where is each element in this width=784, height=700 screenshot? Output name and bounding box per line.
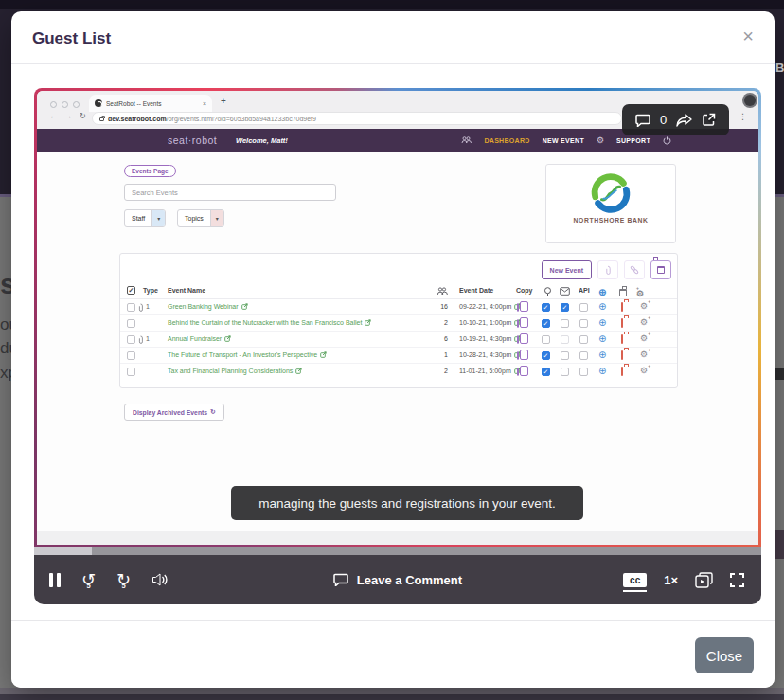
col-event-name: Event Name [168, 287, 205, 294]
gear-plus-icon: ⚙+ [640, 366, 648, 375]
events-page-badge: Events Page [124, 165, 176, 177]
new-tab-icon: + [221, 96, 226, 106]
topics-filter-dropdown: Topics ▾ [177, 209, 224, 227]
email-checkbox [561, 303, 569, 312]
col-api: API [579, 287, 590, 294]
pip-button[interactable] [695, 572, 713, 588]
api-checkbox [579, 351, 588, 360]
gear-plus-icon: ⚙+ [640, 317, 648, 327]
video-screen[interactable]: SeatRobot -- Events × + ← → ↻ dev.seatro… [37, 91, 758, 545]
video-caption: managing the guests and registrations in… [231, 486, 583, 520]
api-checkbox [579, 335, 588, 344]
url-text: dev.seatrobot.com/org/events.html?oid=60… [108, 116, 316, 122]
row-checkbox [127, 351, 135, 360]
backdrop-fragment-block [775, 368, 784, 380]
share-icon[interactable] [676, 114, 692, 127]
comment-count: 0 [660, 113, 667, 127]
refresh-icon: ↻ [210, 408, 216, 416]
select-all-checkbox [127, 286, 135, 295]
email-checkbox [561, 335, 569, 344]
address-bar: dev.seatrobot.com/org/events.html?oid=60… [92, 112, 622, 125]
publish-icon [543, 287, 552, 297]
publish-checkbox [542, 319, 550, 328]
forward-icon: → [64, 112, 72, 120]
traffic-light-dots [50, 101, 80, 108]
copy-icon [517, 319, 519, 328]
table-row: The Future of Transport - An Investor's … [120, 348, 677, 364]
globe-icon: ⊕ [598, 334, 606, 344]
nav-new-event: NEW EVENT [543, 137, 584, 144]
trash-icon [621, 334, 623, 344]
sponsor-logo-card: NORTHSHORE BANK [545, 164, 676, 243]
close-button[interactable]: Close [695, 637, 754, 673]
event-name-link: Green Banking Webinar [168, 303, 248, 310]
events-table-card: New Event Type Event Name [119, 253, 678, 388]
guest-count: 1 [431, 351, 448, 358]
event-date: 10-19-21, 4:30pm [459, 335, 521, 342]
backdrop-fragment-block [775, 530, 784, 559]
captions-toggle[interactable]: cc [623, 573, 647, 587]
nav-dashboard: DASHBOARD [484, 137, 529, 144]
api-checkbox [579, 319, 588, 328]
chevron-down-icon: ▾ [151, 210, 165, 226]
modal-close-icon[interactable]: × [742, 27, 754, 45]
screencast-corner-dot [744, 95, 756, 106]
row-checkbox [127, 303, 135, 312]
open-external-icon[interactable] [702, 113, 716, 127]
trash-icon [621, 350, 623, 360]
row-checkbox [127, 319, 135, 328]
guests-icon [437, 287, 448, 296]
video-gradient-frame: SeatRobot -- Events × + ← → ↻ dev.seatro… [34, 88, 761, 547]
paperclip-icon [137, 303, 144, 313]
comment-bubble-icon[interactable] [635, 114, 650, 127]
table-row: 1 Annual Fundraiser 6 10-19-21, 4:30pm ⊕… [120, 332, 677, 348]
event-name-link: Annual Fundraiser [168, 335, 231, 342]
copy-icon [517, 303, 519, 312]
leave-comment-button[interactable]: Leave a Comment [357, 573, 462, 587]
tab-close-icon: × [203, 100, 206, 107]
video-player: SeatRobot -- Events × + ← → ↻ dev.seatro… [34, 88, 761, 604]
api-checkbox [579, 368, 588, 376]
event-name-link: The Future of Transport - An Investor's … [168, 351, 327, 358]
table-header-row: Type Event Name Event Date Copy [120, 285, 677, 299]
backdrop-top-strip [0, 0, 784, 9]
back-icon: ← [49, 112, 57, 120]
globe-icon: ⊕ [598, 367, 606, 376]
trash-icon [621, 302, 623, 312]
modal-title: Guest List [32, 29, 111, 48]
email-checkbox [561, 368, 569, 376]
fullscreen-button[interactable] [730, 573, 744, 587]
col-type: Type [143, 287, 158, 294]
browser-menu-icon: ⋮ [739, 112, 747, 121]
table-row: Tax and Financial Planning Consideration… [120, 364, 677, 380]
trash-icon [621, 367, 623, 376]
gear-plus-icon: ⚙+ [640, 350, 648, 359]
globe-icon: ⊕ [598, 350, 606, 360]
comment-bubble-icon[interactable] [333, 573, 348, 586]
table-row: Behind the Curtain of the Nutcracker wit… [120, 315, 677, 332]
chevron-down-icon: ▾ [210, 210, 223, 226]
unlink-button [624, 260, 645, 279]
event-date: 10-10-21, 1:00pm [459, 319, 521, 326]
seatrobot-logo: seat·robot [168, 135, 217, 146]
row-checkbox [127, 368, 135, 376]
publish-checkbox [542, 303, 550, 312]
row-checkbox [127, 335, 135, 344]
reload-icon: ↻ [80, 112, 86, 120]
sponsor-name: NORTHSHORE BANK [546, 217, 675, 224]
lock-icon [99, 117, 104, 121]
new-event-button: New Event [542, 260, 592, 279]
trash-icon [619, 289, 627, 296]
backdrop-bottom-strip [0, 694, 784, 700]
delete-button [650, 260, 671, 279]
attach-count: 1 [146, 335, 150, 342]
playback-speed-button[interactable]: 1× [664, 573, 678, 587]
video-seekbar[interactable] [34, 547, 761, 555]
gear-plus-icon: ⚙+ [640, 333, 648, 343]
api-checkbox [579, 303, 588, 312]
seatrobot-favicon [95, 99, 102, 107]
guest-list-modal: Guest List × SeatRobot -- Events × + ← → [11, 11, 775, 688]
guest-count: 6 [431, 335, 448, 342]
event-name-link: Tax and Financial Planning Consideration… [168, 368, 302, 374]
modal-header: Guest List × [11, 11, 775, 64]
